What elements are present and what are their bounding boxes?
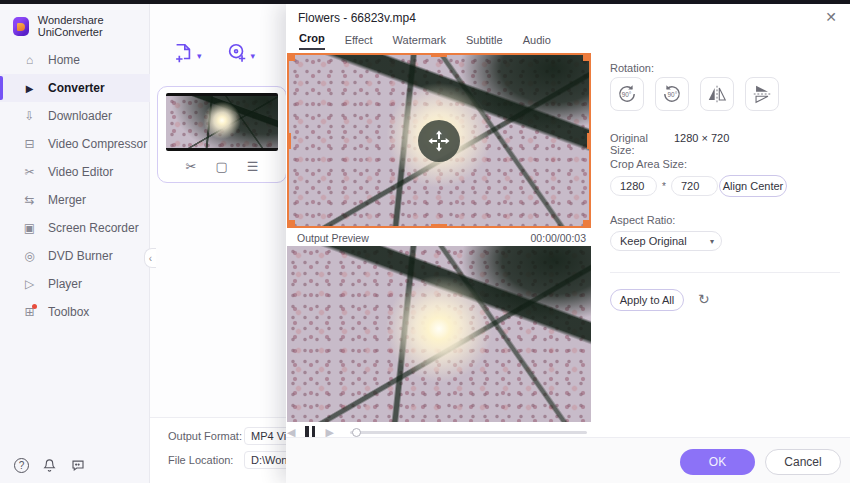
sidebar-item-dvd-burner[interactable]: ◎ DVD Burner <box>0 242 150 270</box>
align-center-button[interactable]: Align Center <box>719 175 787 197</box>
apply-to-all-button[interactable]: Apply to All <box>610 289 684 311</box>
app-logo-icon <box>13 17 29 36</box>
aspect-ratio-label: Aspect Ratio: <box>610 214 675 226</box>
file-location-label: File Location: <box>168 454 244 466</box>
chevron-down-icon: ▾ <box>710 237 714 246</box>
app-title: Wondershare UniConverter <box>38 14 149 38</box>
app-brand: Wondershare UniConverter <box>13 14 149 38</box>
edit-dialog: Flowers - 66823v.mp4 ✕ Crop Effect Water… <box>286 4 850 483</box>
downloader-icon: ⇩ <box>22 109 37 123</box>
sidebar-item-merger[interactable]: ⇆ Merger <box>0 186 150 214</box>
sidebar-item-video-editor[interactable]: ✂ Video Editor <box>0 158 150 186</box>
player-icon: ▷ <box>22 277 37 291</box>
workspace-toolbar: ▾ ▾ <box>172 42 255 64</box>
rotation-buttons: 90° 90° <box>610 77 779 111</box>
toolbox-notification-dot <box>32 304 37 309</box>
tab-crop[interactable]: Crop <box>299 32 325 50</box>
times-symbol: * <box>662 181 666 192</box>
flip-vertical-button[interactable] <box>745 77 779 111</box>
crop-icon[interactable]: ▢ <box>215 159 227 174</box>
svg-text:90°: 90° <box>622 91 632 98</box>
sidebar-collapse-handle[interactable]: ‹ <box>144 248 156 268</box>
effect-settings-icon[interactable]: ☰ <box>247 159 259 174</box>
tab-subtitle[interactable]: Subtitle <box>466 34 503 50</box>
media-card-tools: ✂ ▢ ☰ <box>158 159 286 174</box>
rotation-label: Rotation: <box>610 62 654 74</box>
chevron-down-icon: ▾ <box>251 51 256 64</box>
move-crop-icon[interactable] <box>418 120 460 162</box>
sidebar: Wondershare UniConverter ⌂ Home ▶ Conver… <box>0 4 150 483</box>
crop-area-size-label: Crop Area Size: <box>610 158 687 170</box>
help-icon[interactable]: ? <box>14 458 29 473</box>
seek-knob[interactable] <box>352 428 361 437</box>
tab-effect[interactable]: Effect <box>345 34 373 50</box>
media-item-card[interactable]: ✂ ▢ ☰ <box>157 86 287 183</box>
output-preview-video <box>287 246 591 422</box>
rotate-left-90-button[interactable]: 90° <box>655 77 689 111</box>
home-icon: ⌂ <box>22 53 37 67</box>
original-size-row: Original Size: 1280 × 720 <box>610 132 729 156</box>
crop-handle-right[interactable] <box>587 133 591 149</box>
sidebar-item-toolbox[interactable]: ⊞ Toolbox <box>0 298 150 326</box>
crop-handle-left[interactable] <box>287 133 291 149</box>
flip-horizontal-button[interactable] <box>700 77 734 111</box>
dialog-tabs: Crop Effect Watermark Subtitle Audio <box>299 32 551 50</box>
playback-time: 00:00/00:03 <box>531 232 586 244</box>
dialog-title: Flowers - 66823v.mp4 <box>298 11 416 25</box>
tab-audio[interactable]: Audio <box>523 34 551 50</box>
aspect-ratio-value: Keep Original <box>620 235 687 247</box>
seek-bar[interactable] <box>350 431 587 434</box>
output-preview-label: Output Preview <box>297 232 369 244</box>
original-size-value: 1280 × 720 <box>674 132 729 156</box>
tab-watermark[interactable]: Watermark <box>393 34 446 50</box>
crop-handle-top-right[interactable] <box>583 53 591 61</box>
video-compressor-icon: ⊟ <box>22 137 37 151</box>
sidebar-item-downloader[interactable]: ⇩ Downloader <box>0 102 150 130</box>
output-preview-bar: Output Preview 00:00/00:03 <box>287 230 591 246</box>
crop-handle-top[interactable] <box>431 53 447 57</box>
merger-icon: ⇆ <box>22 193 37 207</box>
converter-workspace: ▾ ▾ ✂ ▢ ☰ Output Format: MP4 Video File … <box>150 4 287 483</box>
output-format-label: Output Format: <box>168 430 244 442</box>
ok-button[interactable]: OK <box>680 449 755 475</box>
crop-handle-bottom-left[interactable] <box>287 220 295 228</box>
cancel-button[interactable]: Cancel <box>765 449 841 475</box>
notifications-bell-icon[interactable] <box>42 458 57 473</box>
sidebar-nav: ⌂ Home ▶ Converter ⇩ Downloader ⊟ Video … <box>0 46 150 326</box>
close-icon[interactable]: ✕ <box>822 8 840 26</box>
sidebar-item-video-compressor[interactable]: ⊟ Video Compressor <box>0 130 150 158</box>
add-files-button[interactable]: ▾ <box>172 42 202 64</box>
crop-preview[interactable] <box>287 53 591 228</box>
converter-icon: ▶ <box>22 83 37 94</box>
original-size-label: Original Size: <box>610 132 674 156</box>
aspect-ratio-dropdown[interactable]: Keep Original ▾ <box>610 231 722 251</box>
dvd-burner-icon: ◎ <box>22 249 37 263</box>
rotate-right-90-button[interactable]: 90° <box>610 77 644 111</box>
add-file-icon <box>172 42 194 64</box>
sidebar-item-home[interactable]: ⌂ Home <box>0 46 150 74</box>
video-editor-icon: ✂ <box>22 165 37 179</box>
sidebar-item-screen-recorder[interactable]: ▣ Screen Recorder <box>0 214 150 242</box>
panel-divider <box>610 272 840 273</box>
dialog-footer: OK Cancel <box>286 437 850 483</box>
sidebar-item-converter[interactable]: ▶ Converter <box>0 74 150 102</box>
chevron-down-icon: ▾ <box>197 51 202 64</box>
trim-icon[interactable]: ✂ <box>186 159 197 174</box>
crop-handle-bottom-right[interactable] <box>583 220 591 228</box>
video-thumbnail <box>166 93 278 151</box>
crop-handle-top-left[interactable] <box>287 53 295 61</box>
crop-height-input[interactable] <box>671 176 718 196</box>
add-disc-icon <box>226 42 248 64</box>
output-info-panel: Output Format: MP4 Video File Location: … <box>150 417 287 483</box>
load-dvd-button[interactable]: ▾ <box>226 42 256 64</box>
crop-width-input[interactable] <box>610 176 657 196</box>
feedback-chat-icon[interactable] <box>70 458 86 473</box>
reset-icon[interactable]: ↻ <box>698 291 710 307</box>
svg-text:90°: 90° <box>668 91 678 98</box>
crop-handle-bottom[interactable] <box>431 224 447 228</box>
sidebar-footer-icons: ? <box>14 458 86 473</box>
sidebar-item-player[interactable]: ▷ Player <box>0 270 150 298</box>
screen-recorder-icon: ▣ <box>22 221 37 235</box>
crop-size-inputs: * <box>610 176 718 196</box>
